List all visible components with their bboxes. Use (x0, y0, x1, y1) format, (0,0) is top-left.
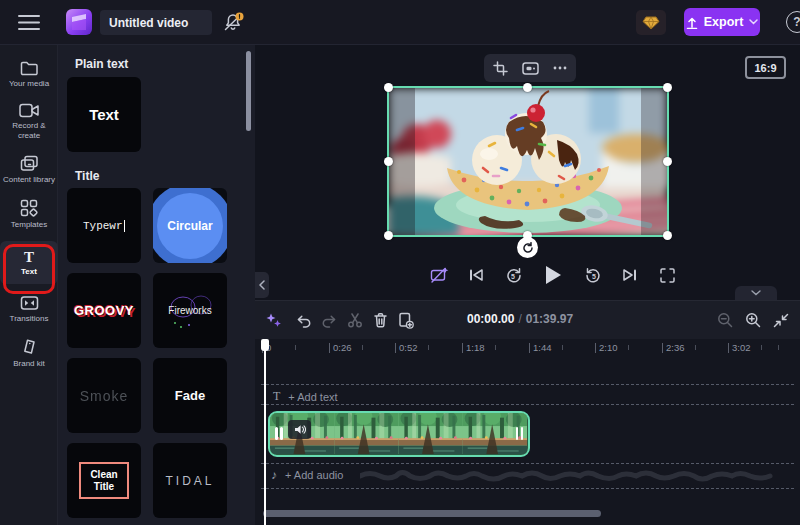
audio-track-placeholder[interactable]: ♪ + Add audio (271, 468, 343, 482)
text-style-tile-groovy[interactable]: GROOVY (67, 273, 141, 348)
clipchamp-logo[interactable] (66, 9, 92, 35)
project-title-input[interactable] (100, 10, 212, 35)
delete-button[interactable] (368, 308, 392, 332)
library-icon (20, 155, 39, 172)
aspect-ratio-badge[interactable]: 16:9 (745, 56, 786, 79)
fill-icon (522, 62, 539, 75)
video-preview-frame[interactable] (389, 88, 667, 235)
zoom-fit-button[interactable] (769, 308, 793, 332)
sidebar-label: Record & create (2, 121, 56, 141)
rewind-5-icon: 5 (505, 267, 522, 284)
sidebar-label: Brand kit (2, 359, 56, 369)
selection-handle[interactable] (384, 231, 393, 240)
sidebar-item-brand-kit[interactable]: Brand kit (0, 331, 58, 376)
clip-audio-button[interactable] (288, 420, 311, 439)
timeline: 00:00.00 / 01:39.97 0 0:26 0:52 1:18 1:4… (255, 300, 800, 525)
track-divider (261, 488, 794, 489)
text-style-tile-smoke[interactable]: Smoke (67, 358, 141, 433)
text-track-icon: T (273, 389, 280, 404)
timeline-scrollbar[interactable] (263, 510, 601, 517)
zoom-out-button[interactable] (713, 308, 737, 332)
selection-handle[interactable] (663, 231, 672, 240)
ruler-tick: 2:36 (662, 343, 685, 353)
trim-handle-right[interactable] (516, 427, 519, 440)
sidebar-label: Transitions (2, 314, 56, 324)
trim-handle-left[interactable] (275, 427, 278, 440)
track-divider (261, 384, 794, 385)
text-icon: T (21, 248, 37, 264)
zoom-in-button[interactable] (741, 308, 765, 332)
typewriter-cursor (124, 220, 126, 232)
ai-suggestions-button[interactable] (261, 308, 285, 332)
undo-button[interactable] (291, 308, 315, 332)
text-track-placeholder[interactable]: T + Add text (273, 389, 338, 404)
text-style-tile-tidal[interactable]: TIDAL (153, 443, 227, 518)
selection-handle[interactable] (663, 83, 672, 92)
export-upload-icon (686, 16, 698, 29)
audio-waveform-ghost (360, 467, 790, 485)
collapse-timeline-button[interactable] (735, 286, 777, 300)
collapse-panel-button[interactable] (255, 272, 269, 298)
video-clip[interactable] (268, 411, 530, 457)
ellipsis-icon (553, 66, 567, 70)
more-options-button[interactable] (547, 57, 573, 79)
fill-button[interactable] (517, 57, 543, 79)
sidebar-item-templates[interactable]: Templates (0, 192, 58, 237)
text-style-tile-fade[interactable]: Fade (153, 358, 227, 433)
hamburger-menu-icon[interactable] (18, 14, 40, 31)
rewind-5s-button[interactable]: 5 (501, 263, 525, 287)
playback-controls: 5 5 (427, 260, 679, 290)
sidebar-item-record-create[interactable]: Record & create (0, 96, 58, 148)
sidebar-item-transitions[interactable]: Transitions (0, 288, 58, 331)
gem-icon (642, 15, 660, 31)
brand-kit-icon (21, 338, 38, 356)
timeline-ruler[interactable]: 0 0:26 0:52 1:18 1:44 2:10 2:36 3:02 (255, 339, 800, 361)
upgrade-gem-button[interactable] (636, 10, 666, 35)
selection-handle[interactable] (384, 157, 393, 166)
crop-button[interactable] (487, 57, 513, 79)
help-button[interactable]: ? (786, 11, 800, 33)
autocaptions-off-button[interactable] (427, 263, 451, 287)
sidebar-label: Text (2, 267, 56, 277)
split-button[interactable] (343, 308, 367, 332)
redo-icon (321, 313, 338, 328)
skip-to-start-button[interactable] (464, 263, 488, 287)
sidebar-item-content-library[interactable]: Content library (0, 148, 58, 192)
forward-5s-button[interactable]: 5 (581, 263, 605, 287)
section-heading-title: Title (75, 169, 99, 183)
sidebar-item-text[interactable]: T Text (0, 241, 58, 284)
duplicate-button[interactable] (394, 308, 418, 332)
skip-start-icon (469, 268, 483, 282)
undo-icon (295, 313, 312, 328)
selection-handle[interactable] (663, 157, 672, 166)
text-style-tile-circular[interactable]: Circular (153, 188, 227, 263)
text-panel: Plain text Text Title Typewr Circular GR… (58, 45, 255, 525)
text-style-tile-fireworks[interactable]: Fireworks (153, 273, 227, 348)
rotate-handle[interactable] (517, 237, 538, 258)
text-style-tile-plain[interactable]: Text (67, 77, 141, 152)
sidebar: Your media Record & create Content libra… (0, 45, 58, 525)
preview-area: 16:9 (255, 45, 800, 300)
text-style-tile-typewriter[interactable]: Typewr (67, 188, 141, 263)
play-button[interactable] (538, 260, 568, 290)
selection-handle[interactable] (523, 83, 532, 92)
trim-handle-right[interactable] (521, 427, 524, 440)
fullscreen-button[interactable] (655, 263, 679, 287)
fit-to-screen-icon (773, 313, 789, 328)
skip-end-icon (623, 268, 637, 282)
rotate-icon (522, 242, 534, 254)
export-button[interactable]: Export (684, 8, 760, 36)
sidebar-item-your-media[interactable]: Your media (0, 53, 58, 96)
text-style-tile-clean-title[interactable]: Clean Title (67, 443, 141, 518)
play-icon (543, 264, 563, 286)
sidebar-label: Your media (2, 79, 56, 89)
duplicate-icon (398, 312, 414, 329)
trim-handle-left[interactable] (280, 427, 283, 440)
panel-scrollbar[interactable] (246, 51, 251, 131)
selection-handle[interactable] (384, 83, 393, 92)
skip-to-end-button[interactable] (618, 263, 642, 287)
templates-icon (20, 199, 38, 217)
ruler-tick: 1:18 (462, 343, 485, 353)
redo-button[interactable] (317, 308, 341, 332)
notifications-off-icon[interactable] (221, 11, 245, 35)
